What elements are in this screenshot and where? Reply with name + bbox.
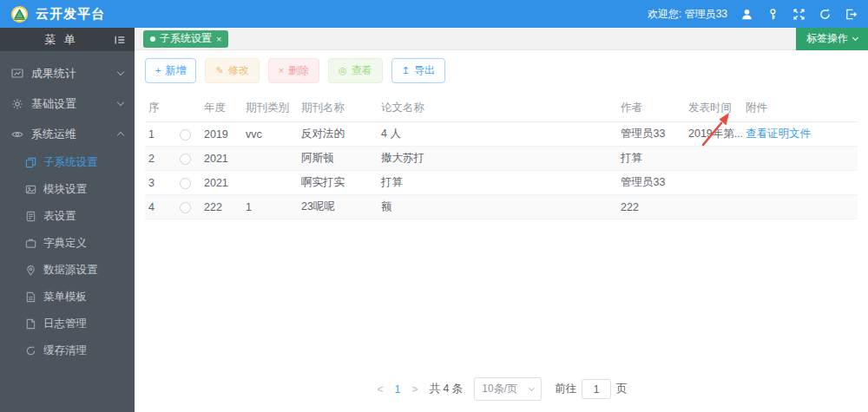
add-button[interactable]: + 新增 <box>145 58 196 83</box>
sidebar-group-label: 成果统计 <box>31 66 76 82</box>
table-row: 2 2021 阿斯顿 撒大苏打 打算 <box>145 147 858 171</box>
sidebar-item-module-settings[interactable]: 模块设置 <box>0 176 135 203</box>
data-table: 序 年度 期刊类别 期刊名称 论文名称 作者 发表时间 附件 <box>145 95 858 219</box>
cell-attachment <box>742 147 858 171</box>
page-size-select[interactable]: 10条/页 <box>474 377 542 401</box>
chevron-up-icon <box>117 132 124 139</box>
sidebar-item-label: 字典定义 <box>43 236 87 251</box>
gear-icon <box>11 98 23 110</box>
cell-journal-name: 23呢呢 <box>298 195 378 219</box>
cell-index: 1 <box>145 122 176 147</box>
goto-page-input[interactable] <box>582 379 611 399</box>
sidebar-item-dictionary-definition[interactable]: 字典定义 <box>0 230 135 257</box>
sidebar-group-stats[interactable]: 成果统计 <box>0 58 135 88</box>
cell-paper-name: 额 <box>378 195 617 219</box>
row-radio-button[interactable] <box>180 129 191 141</box>
briefcase-icon <box>25 238 36 249</box>
view-certificate-link[interactable]: 查看证明文件 <box>746 128 811 140</box>
table-row: 3 2021 啊实打实 打算 管理员33 <box>145 171 858 195</box>
log-file-icon <box>25 318 36 330</box>
sidebar-item-cache-clear[interactable]: 缓存清理 <box>0 337 135 364</box>
delete-button[interactable]: × 删除 <box>268 58 319 83</box>
tab-close-icon[interactable]: × <box>216 34 221 44</box>
pencil-icon: ✎ <box>215 66 223 75</box>
cell-attachment <box>742 171 858 195</box>
col-header-author: 作者 <box>617 95 685 122</box>
document-lines-icon <box>25 211 36 222</box>
main-layout: 菜 单 成果统计 <box>0 28 868 412</box>
sidebar-item-label: 菜单模板 <box>43 290 87 304</box>
cell-paper-name: 4 人 <box>378 122 617 147</box>
col-header-radio <box>176 95 201 122</box>
cell-year: 2021 <box>201 171 242 195</box>
chevron-down-icon <box>529 384 535 390</box>
cell-paper-name: 打算 <box>378 171 617 195</box>
col-header-attachment: 附件 <box>742 95 858 122</box>
cell-year: 2019 <box>201 122 242 147</box>
sidebar-item-datasource-settings[interactable]: 数据源设置 <box>0 257 135 284</box>
sidebar-nav: 成果统计 基础设置 系统运维 <box>0 51 135 364</box>
plus-icon: + <box>155 66 161 75</box>
sidebar-menu-header: 菜 单 <box>0 28 135 51</box>
chevron-down-icon <box>117 99 124 106</box>
sidebar-item-subsystem-settings[interactable]: 子系统设置 <box>0 149 135 176</box>
sidebar-item-log-management[interactable]: 日志管理 <box>0 311 135 337</box>
user-icon[interactable] <box>740 8 753 21</box>
sidebar-item-menu-template[interactable]: 菜单模板 <box>0 284 135 311</box>
sidebar-item-label: 表设置 <box>43 209 76 224</box>
platform-logo-icon <box>10 5 29 23</box>
cell-publish-time <box>685 147 742 171</box>
copy-icon <box>25 157 36 168</box>
sidebar-group-system-ops[interactable]: 系统运维 <box>0 119 135 149</box>
location-pin-icon <box>25 265 36 276</box>
row-radio-button[interactable] <box>180 154 191 165</box>
sidebar-item-table-settings[interactable]: 表设置 <box>0 203 135 230</box>
table-row: 4 222 1 23呢呢 额 222 <box>145 195 858 219</box>
password-key-icon[interactable] <box>766 8 779 21</box>
collapse-menu-icon[interactable] <box>114 34 126 46</box>
table-row: 1 2019 vvc 反对法的 4 人 管理员33 2019年第... 查看证明… <box>145 122 858 147</box>
goto-page: 前往 页 <box>555 379 628 399</box>
col-header-journal-type: 期刊类别 <box>242 95 298 122</box>
sidebar-group-basic-settings[interactable]: 基础设置 <box>0 88 135 119</box>
view-button-label: 查看 <box>352 63 372 78</box>
col-header-journal-name: 期刊名称 <box>298 95 378 122</box>
logout-icon[interactable] <box>845 8 858 21</box>
refresh-icon[interactable] <box>819 8 832 21</box>
page-size-value: 10条/页 <box>482 382 517 396</box>
sidebar-item-label: 模块设置 <box>43 182 87 197</box>
pagination: < 1 > 共 4 条 10条/页 前往 页 <box>375 377 627 401</box>
topbar: 云开发平台 欢迎您: 管理员33 <box>0 0 868 28</box>
brand: 云开发平台 <box>10 5 105 23</box>
next-page-button[interactable]: > <box>410 383 419 396</box>
sidebar-group-label: 系统运维 <box>31 127 76 142</box>
sidebar-item-label: 缓存清理 <box>43 343 87 358</box>
tab-subsystem-settings[interactable]: 子系统设置 × <box>143 30 228 48</box>
prev-page-button[interactable]: < <box>375 383 385 396</box>
toolbar: + 新增 ✎ 修改 × 删除 ◎ 查看 <box>145 58 858 83</box>
fullscreen-icon[interactable] <box>792 8 806 21</box>
eye-icon: ◎ <box>339 66 347 75</box>
edit-button-label: 修改 <box>228 63 249 78</box>
document-icon <box>25 291 36 303</box>
row-radio-button[interactable] <box>180 178 191 189</box>
export-button-label: 导出 <box>414 63 435 78</box>
tab-active-dot-icon <box>150 36 155 42</box>
tag-operations-button[interactable]: 标签操作 <box>796 28 868 50</box>
cell-year: 222 <box>201 195 242 219</box>
edit-button[interactable]: ✎ 修改 <box>205 58 259 83</box>
welcome-text: 欢迎您: 管理员33 <box>648 7 727 22</box>
image-icon <box>25 184 36 195</box>
row-radio-button[interactable] <box>180 202 191 213</box>
sidebar-item-label: 数据源设置 <box>43 263 98 278</box>
col-header-paper-name: 论文名称 <box>378 95 617 122</box>
cell-journal-type: 1 <box>242 195 298 219</box>
cell-index: 3 <box>145 171 176 195</box>
view-button[interactable]: ◎ 查看 <box>328 58 383 83</box>
cell-index: 2 <box>145 147 176 171</box>
export-button[interactable]: ↥ 导出 <box>391 58 445 83</box>
current-page[interactable]: 1 <box>391 383 404 396</box>
cell-journal-type <box>242 147 298 171</box>
cell-journal-type: vvc <box>242 122 298 147</box>
total-count: 共 4 条 <box>429 382 463 396</box>
